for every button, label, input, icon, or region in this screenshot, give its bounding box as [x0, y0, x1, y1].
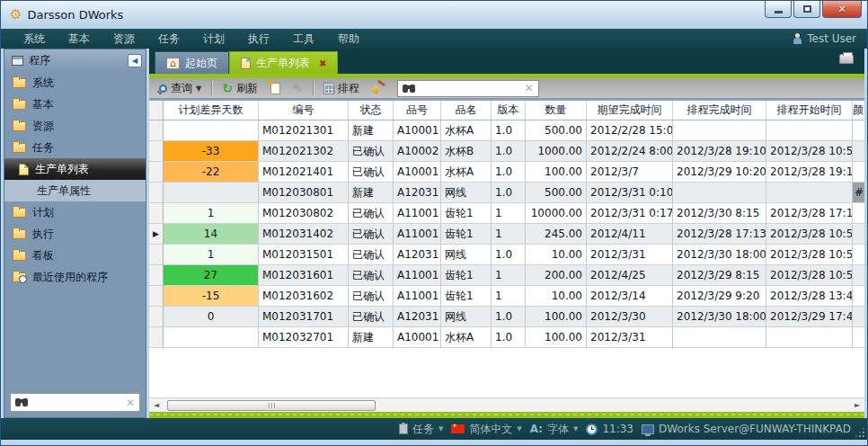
cell-partial[interactable] [853, 307, 864, 327]
cell-expected[interactable]: 2012/4/25 [587, 265, 673, 286]
column-header[interactable]: 品名 [441, 101, 492, 120]
cell-sched_start[interactable]: 2012/3/28 10:52 [766, 224, 853, 245]
cell-order_no[interactable]: M012031402 [259, 224, 349, 245]
status-font-menu[interactable]: A: 字体 ▼ [530, 422, 579, 437]
edit-button[interactable]: ✎ [288, 82, 307, 95]
table-row[interactable]: 1M012031501已确认A12031网线1.010.002012/3/312… [149, 245, 864, 265]
row-header[interactable] [149, 141, 164, 162]
cell-sched_finish[interactable] [673, 327, 766, 348]
column-header[interactable]: 版本 [492, 101, 526, 120]
scroll-left-arrow[interactable]: ◄ [149, 399, 164, 412]
cell-expected[interactable]: 2012/2/24 8:00 [587, 141, 673, 162]
cell-partial[interactable] [853, 286, 864, 307]
cell-sched_finish[interactable]: 2012/3/29 10:20 [673, 162, 766, 183]
menu-plan[interactable]: 计划 [191, 31, 236, 47]
clean-button[interactable] [368, 81, 390, 95]
cell-part_name[interactable]: 水杯A [441, 327, 492, 348]
cell-order_no[interactable]: M012030802 [259, 203, 349, 224]
cell-expected[interactable]: 2012/4/11 [587, 224, 673, 245]
cell-sched_finish[interactable]: 2012/3/28 17:13 [673, 224, 766, 245]
sidebar-item-plan[interactable]: 计划 [4, 201, 146, 223]
cell-part_name[interactable]: 网线 [441, 245, 492, 265]
status-language-menu[interactable]: 简体中文 ▼ [451, 422, 521, 437]
cell-part_name[interactable]: 齿轮1 [441, 265, 492, 286]
cell-version[interactable]: 1 [492, 265, 526, 286]
cell-expected[interactable]: 2012/3/7 [587, 162, 673, 183]
cell-status[interactable]: 已确认 [349, 141, 394, 162]
cell-part_no[interactable]: A11001 [394, 286, 441, 307]
cell-sched_start[interactable]: 2012/3/28 10:52 [766, 245, 853, 265]
menu-tools[interactable]: 工具 [281, 31, 326, 47]
cell-partial[interactable]: # [853, 183, 864, 203]
cell-diff[interactable]: -33 [164, 141, 259, 162]
cell-sched_start[interactable]: 2012/3/28 17:13 [766, 203, 853, 224]
cell-sched_start[interactable]: 2012/3/28 19:10 [766, 162, 853, 183]
column-header-partial[interactable]: 颜 [853, 101, 864, 120]
table-row[interactable]: -22M012021401已确认A10001水杯A1.0100.002012/3… [149, 162, 864, 183]
filter-search-box[interactable]: ✕ [397, 80, 539, 97]
row-header[interactable] [149, 265, 164, 286]
cell-status[interactable]: 已确认 [349, 203, 394, 224]
column-header[interactable]: 期望完成时间 [587, 101, 673, 120]
cell-partial[interactable] [853, 203, 864, 224]
cell-part_no[interactable]: A12031 [394, 307, 441, 327]
cell-version[interactable]: 1.0 [492, 307, 526, 327]
cell-status[interactable]: 新建 [349, 183, 394, 203]
cell-version[interactable]: 1.0 [492, 162, 526, 183]
cell-diff[interactable]: 1 [164, 203, 259, 224]
cell-sched_start[interactable] [766, 327, 853, 348]
new-button[interactable] [266, 82, 285, 95]
sidebar-item-system[interactable]: 系统 [4, 72, 146, 94]
cell-version[interactable]: 1 [492, 286, 526, 307]
cell-diff[interactable] [164, 327, 259, 348]
sidebar-item-resource[interactable]: 资源 [4, 115, 146, 137]
cell-order_no[interactable]: M012031601 [259, 265, 349, 286]
cell-qty[interactable]: 100.00 [526, 307, 587, 327]
row-header[interactable] [149, 307, 164, 327]
tab-production-order-list[interactable]: 生产单列表 ✖ [229, 51, 338, 74]
cell-order_no[interactable]: M012030801 [259, 183, 349, 203]
sidebar-item-production-order-list[interactable]: 生产单列表 [4, 158, 146, 180]
table-row[interactable]: M012032701新建A10001水杯A1.0100.002012/3/31 [149, 327, 864, 348]
close-button[interactable]: ✕ [822, 1, 862, 18]
cell-sched_finish[interactable]: 2012/3/30 18:00 [673, 245, 766, 265]
cell-qty[interactable]: 10.00 [526, 286, 587, 307]
cell-diff[interactable] [164, 183, 259, 203]
cell-sched_start[interactable]: 2012/3/28 10:52 [766, 265, 853, 286]
cell-partial[interactable] [853, 327, 864, 348]
cell-diff[interactable]: -22 [164, 162, 259, 183]
cell-sched_finish[interactable] [673, 183, 766, 203]
cell-qty[interactable]: 100.00 [526, 162, 587, 183]
cell-partial[interactable] [853, 162, 864, 183]
sidebar-item-kanban[interactable]: 看板 [4, 245, 146, 266]
title-bar[interactable]: ⚙ Darsson DWorks ✕ [1, 1, 867, 29]
cell-version[interactable]: 1.0 [492, 245, 526, 265]
table-row[interactable]: 27M012031601已确认A11001齿轮11200.002012/4/25… [149, 265, 864, 286]
cell-diff[interactable] [164, 120, 259, 141]
row-header[interactable] [149, 203, 164, 224]
cell-part_no[interactable]: A11001 [394, 265, 441, 286]
cell-part_no[interactable]: A10001 [394, 120, 441, 141]
menu-execute[interactable]: 执行 [236, 31, 281, 47]
table-row[interactable]: M012030801新建A12031网线1.0500.002012/3/31 0… [149, 183, 864, 203]
cell-partial[interactable] [853, 245, 864, 265]
cell-qty[interactable]: 500.00 [526, 120, 587, 141]
tab-close-icon[interactable]: ✖ [319, 58, 326, 68]
query-button[interactable]: 查询 ▼ [155, 80, 206, 97]
cell-order_no[interactable]: M012021302 [259, 141, 349, 162]
status-task-menu[interactable]: 任务 ▼ [399, 422, 443, 437]
cell-diff[interactable]: 14 [164, 224, 259, 245]
cell-expected[interactable]: 2012/3/31 0:17 [587, 203, 673, 224]
cell-sched_start[interactable]: 2012/3/29 17:46 [766, 307, 853, 327]
cell-status[interactable]: 已确认 [349, 162, 394, 183]
schedule-button[interactable]: 排程 [319, 80, 364, 97]
cell-expected[interactable]: 2012/3/14 [587, 286, 673, 307]
column-header[interactable]: 编号 [259, 101, 349, 120]
clear-search-icon[interactable]: ✕ [126, 397, 135, 409]
cell-part_name[interactable]: 网线 [441, 307, 492, 327]
cell-version[interactable]: 1 [492, 203, 526, 224]
tab-start-page[interactable]: ⌂ 起始页 [155, 51, 229, 74]
cell-diff[interactable]: -15 [164, 286, 259, 307]
column-header[interactable]: 数量 [526, 101, 587, 120]
cell-version[interactable]: 1.0 [492, 183, 526, 203]
